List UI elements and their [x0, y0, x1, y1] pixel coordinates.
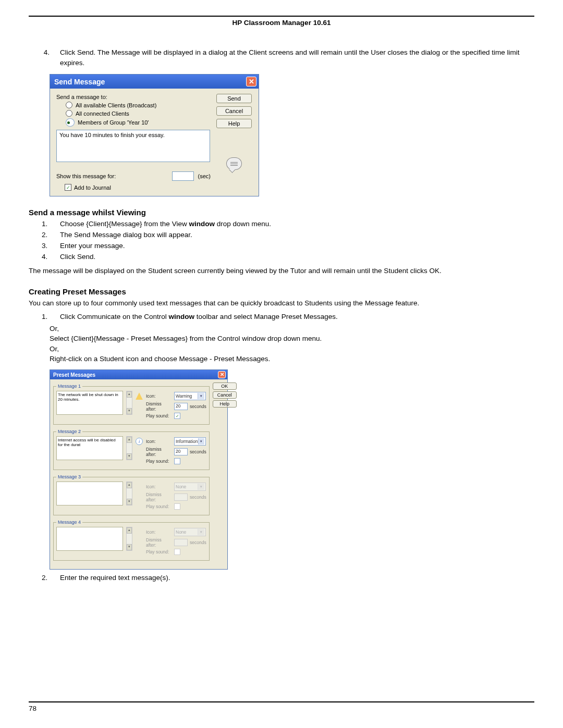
help-button[interactable]: Help: [216, 119, 252, 128]
information-icon: i: [136, 438, 143, 445]
list-item: Enter your message.: [50, 241, 534, 252]
close-icon[interactable]: ✕: [246, 77, 256, 87]
ok-button[interactable]: OK: [213, 382, 237, 390]
radio-label: Members of Group 'Year 10': [78, 119, 149, 126]
radio-all-connected[interactable]: [66, 110, 72, 117]
list-item: Enter the required text message(s).: [50, 573, 534, 584]
message-2-group: Message 2 Internet access will be disabl…: [53, 429, 210, 470]
play-sound-checkbox: [174, 549, 180, 555]
message-1-textarea[interactable]: The network will be shut down in 20 minu…: [56, 391, 123, 415]
heading-creating-preset-messages: Creating Preset Messages: [29, 287, 534, 296]
dialog-title: Preset Messages: [53, 372, 95, 378]
warning-icon: [136, 392, 143, 400]
doc-header: HP Classroom Manager 10.61: [29, 19, 534, 27]
paragraph-text: Right-click on a Student icon and choose…: [50, 354, 534, 364]
dismiss-input: [174, 539, 188, 546]
icon-select: None▾: [174, 483, 206, 491]
heading-send-message-whilst-viewing: Send a message whilst Viewing: [29, 208, 534, 217]
message-4-textarea[interactable]: [56, 527, 123, 551]
help-button[interactable]: Help: [213, 400, 237, 408]
message-1-group: Message 1 The network will be shut down …: [53, 384, 210, 425]
message-text-input[interactable]: You have 10 minutes to finish your essay…: [56, 130, 210, 162]
paragraph-text: Select {Client}{Message - Preset Message…: [50, 334, 534, 344]
message-3-group: Message 3 ▴▾ Icon:None▾ Dismiss after:se…: [53, 474, 210, 515]
scrollbar[interactable]: ▴▾: [126, 527, 132, 551]
message-3-textarea[interactable]: [56, 482, 123, 505]
scrollbar[interactable]: ▴▾: [126, 482, 132, 505]
list-item-number: 4.: [29, 47, 60, 68]
radio-label: All connected Clients: [76, 110, 129, 117]
message-2-textarea[interactable]: Internet access will be disabled for the…: [56, 436, 123, 460]
preset-messages-dialog-screenshot: Preset Messages ✕ Message 1 The network …: [50, 369, 534, 570]
send-to-label: Send a message to:: [56, 94, 211, 100]
cancel-button[interactable]: Cancel: [216, 106, 252, 116]
message-4-group: Message 4 ▴▾ Icon:None▾ Dismiss after:se…: [53, 520, 210, 561]
fieldset-legend: Message 3: [56, 474, 82, 479]
cancel-button[interactable]: Cancel: [213, 391, 237, 399]
radio-all-available[interactable]: [66, 102, 72, 108]
dismiss-input: [174, 493, 188, 501]
fieldset-legend: Message 4: [56, 520, 82, 525]
or-text: Or,: [50, 345, 534, 353]
paragraph-text: The message will be displayed on the Stu…: [29, 266, 534, 276]
scrollbar[interactable]: ▴▾: [126, 391, 132, 415]
dismiss-input[interactable]: 20: [174, 403, 188, 410]
icon-select: None▾: [174, 528, 206, 536]
duration-input[interactable]: [172, 171, 194, 181]
play-sound-checkbox: [174, 503, 180, 510]
icon-select[interactable]: Warning▾: [174, 392, 206, 400]
list-item: The Send Message dialog box will appear.: [50, 230, 534, 241]
dismiss-input[interactable]: 20: [174, 448, 188, 455]
list-item: Click Communicate on the Control window …: [50, 312, 534, 323]
fieldset-legend: Message 2: [56, 429, 82, 434]
send-message-dialog-screenshot: Send Message ✕ Send a message to: All av…: [50, 74, 534, 196]
list-item: Click Send.: [50, 252, 534, 263]
close-icon[interactable]: ✕: [218, 371, 226, 378]
dialog-title: Send Message: [54, 78, 105, 86]
icon-select[interactable]: Information▾: [174, 437, 206, 446]
radio-group-members[interactable]: [66, 118, 75, 127]
send-button[interactable]: Send: [216, 94, 252, 103]
radio-label: All available Clients (Broadcast): [76, 102, 156, 108]
fieldset-legend: Message 1: [56, 384, 82, 389]
show-for-label: Show this message for:: [56, 173, 116, 179]
or-text: Or,: [50, 325, 534, 332]
play-sound-checkbox[interactable]: [174, 458, 180, 464]
speech-bubble-icon: [226, 157, 242, 170]
checkbox-label: Add to Journal: [74, 184, 111, 191]
scrollbar[interactable]: ▴▾: [126, 436, 132, 460]
seconds-label: (sec): [198, 173, 211, 179]
play-sound-checkbox[interactable]: ✓: [174, 413, 180, 419]
paragraph-text: Click Send. The Message will be displaye…: [60, 47, 534, 68]
add-to-journal-checkbox[interactable]: ✓: [65, 184, 71, 191]
page-number: 78: [29, 705, 534, 712]
list-item: Choose {Client}{Message} from the View w…: [50, 219, 534, 230]
paragraph-text: You can store up to four commonly used t…: [29, 298, 534, 309]
